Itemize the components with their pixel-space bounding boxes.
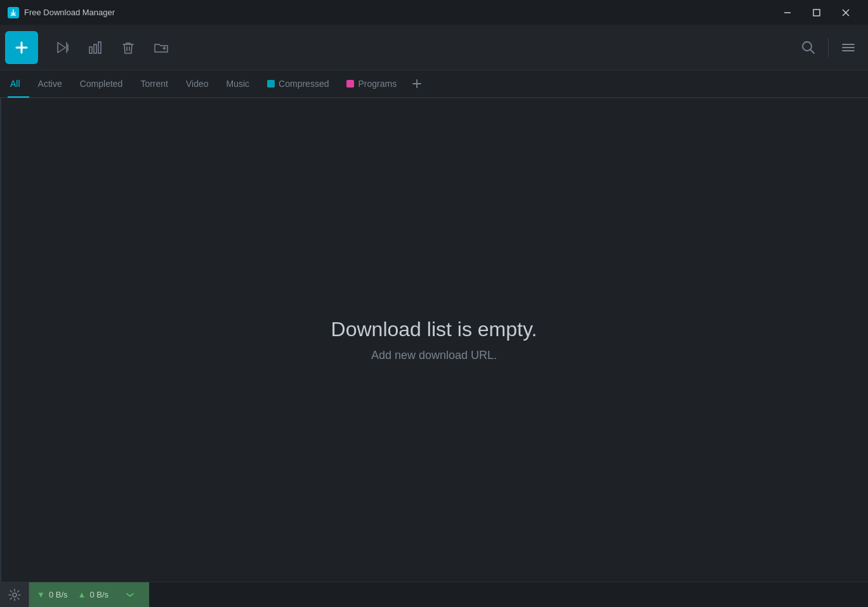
tab-music[interactable]: Music — [218, 70, 259, 98]
status-bar: ▼ 0 B/s ▲ 0 B/s — [0, 582, 868, 607]
svg-line-19 — [811, 49, 815, 53]
tab-completed[interactable]: Completed — [71, 70, 132, 98]
settings-button[interactable] — [0, 582, 29, 608]
close-button[interactable] — [831, 0, 860, 25]
speed-display: ▼ 0 B/s ▲ 0 B/s — [29, 582, 149, 608]
statistics-button[interactable] — [79, 31, 112, 64]
resume-all-button[interactable] — [46, 31, 79, 64]
download-arrow-icon: ▼ — [37, 590, 45, 599]
tab-programs[interactable]: Programs — [338, 70, 405, 98]
add-tab-button[interactable] — [408, 75, 426, 93]
search-button[interactable] — [794, 31, 823, 64]
window-controls — [773, 0, 860, 25]
minimize-button[interactable] — [773, 0, 802, 25]
toolbar — [0, 25, 868, 70]
menu-button[interactable] — [834, 31, 863, 64]
left-border-accent — [0, 98, 1, 582]
svg-rect-11 — [94, 44, 96, 53]
open-folder-button[interactable] — [145, 31, 178, 64]
download-speed: ▼ 0 B/s — [37, 590, 68, 599]
upload-speed-value: 0 B/s — [89, 590, 109, 599]
tab-compressed[interactable]: Compressed — [258, 70, 338, 98]
programs-dot — [346, 80, 354, 88]
expand-speed-button[interactable] — [119, 582, 141, 608]
compressed-dot — [267, 80, 275, 88]
toolbar-right — [794, 31, 863, 64]
upload-speed: ▲ 0 B/s — [78, 590, 109, 599]
tab-video[interactable]: Video — [177, 70, 218, 98]
app-title: Free Download Manager — [24, 8, 773, 17]
svg-rect-10 — [89, 47, 92, 53]
svg-rect-2 — [813, 10, 820, 16]
tab-all[interactable]: All — [8, 70, 29, 98]
upload-arrow-icon: ▲ — [78, 590, 86, 599]
app-icon — [8, 7, 19, 18]
empty-title: Download list is empty. — [331, 318, 537, 341]
main-content: Download list is empty. Add new download… — [0, 98, 868, 582]
empty-state: Download list is empty. Add new download… — [331, 318, 537, 362]
svg-marker-7 — [58, 42, 65, 53]
svg-rect-12 — [98, 42, 101, 53]
delete-button[interactable] — [112, 31, 145, 64]
maximize-button[interactable] — [802, 0, 831, 25]
download-speed-value: 0 B/s — [49, 590, 68, 599]
empty-subtitle: Add new download URL. — [331, 349, 537, 362]
toolbar-divider — [828, 38, 829, 57]
add-download-button[interactable] — [5, 31, 38, 64]
title-bar: Free Download Manager — [0, 0, 868, 25]
tab-active[interactable]: Active — [29, 70, 71, 98]
tab-bar: All Active Completed Torrent Video Music… — [0, 70, 868, 98]
svg-point-25 — [13, 593, 16, 597]
tab-torrent[interactable]: Torrent — [131, 70, 177, 98]
